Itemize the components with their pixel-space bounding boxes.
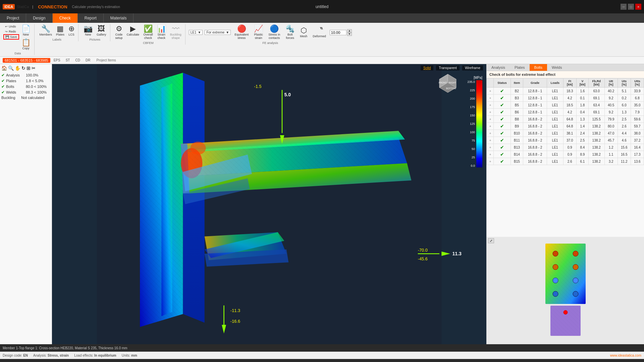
close-button[interactable]: ✕ [635,4,641,10]
clip-button[interactable]: ✂ [32,65,36,71]
menu-tab-materials[interactable]: Materials [104,13,134,23]
toolbar-labels-label: Labels [53,38,62,41]
pan-button[interactable]: ✋ [15,65,20,71]
plates-check-icon: ✔ [1,79,5,83]
value-input[interactable] [330,30,346,35]
le1-dropdown[interactable]: LE1 ▼ [189,30,203,35]
menu-tab-design[interactable]: Design [26,13,52,23]
toolbar-data-label: Data [14,52,21,55]
transparent-view-button[interactable]: Transparent [436,65,460,70]
menu-tab-check[interactable]: Check [53,13,78,23]
col-fbrd: Fb,Rd[kN] [589,79,604,88]
row-v: 2.5 [576,137,588,144]
value-up-button[interactable]: ▲ [347,29,352,33]
project-tab-st[interactable]: ST [64,58,72,62]
row-expand[interactable]: + [487,144,494,151]
calculate-button[interactable]: ▶ Calculate [125,24,141,37]
members-button[interactable]: 🔧 Members [38,24,54,37]
row-utts: 16.4 [631,144,644,151]
row-grade: 16.8.8 - 2 [523,137,547,144]
row-loads: LE1 [547,116,563,123]
menu-tab-project[interactable]: Project [0,13,26,23]
tab-plates[interactable]: Plates [510,64,530,71]
svg-point-53 [564,310,568,314]
svg-point-47 [553,278,558,283]
redo-button[interactable]: ↪ Redo [3,29,18,34]
value-down-button[interactable]: ▼ [347,33,352,36]
zoom-button[interactable]: 🔍 [8,65,14,71]
row-expand[interactable]: + [487,88,494,95]
plastic-strain-button[interactable]: 📈 Plastic strain [252,24,265,41]
strain-check-button[interactable]: 📊 Strain check [155,24,168,41]
tab-bolts[interactable]: Bolts [530,64,547,71]
code-setup-icon: ⚙ [116,25,122,33]
bolt-forces-button[interactable]: 🔩 Bolt forces [284,24,296,41]
status-buckling: Buckling Not calculated [1,96,50,100]
svg-point-43 [553,251,558,256]
solid-view-button[interactable]: Solid [421,65,433,70]
copy-icon: 📋 [21,39,31,46]
menu-tab-report[interactable]: Report [78,13,104,23]
row-expand[interactable]: + [487,102,494,109]
row-expand[interactable]: + [487,130,494,137]
equivalent-stress-button[interactable]: 🔴 Equivalent stress [233,24,250,41]
row-utts: 6.8 [631,95,644,102]
row-status: ✔ [494,116,511,123]
lcs-button[interactable]: ⊕ LCS [67,24,76,37]
new-button[interactable]: 📄 New [20,24,32,37]
row-utt: 47.0 [604,130,618,137]
expand-preview-button[interactable]: ⤢ [488,238,494,243]
svg-text:-45.6: -45.6 [418,256,428,261]
tab-analysis[interactable]: Analysis [487,64,510,71]
bolts-table: Status Item Grade Loads Ft[kN] V[kN] Fb,… [487,78,644,165]
col-utt: Utt[%] [604,79,618,88]
project-tab-eps[interactable]: EPS [52,58,62,62]
save-button[interactable]: 💾 Save [3,34,19,40]
nav-cube[interactable]: BOTTOM FRONT RIGHT [436,71,460,94]
gallery-icon: 🖼 [98,25,105,33]
project-tab-dr[interactable]: DR [84,58,92,62]
row-expand[interactable]: + [487,123,494,130]
plates-button[interactable]: ▦ Plates [54,24,66,37]
row-uts: 4.4 [618,130,631,137]
stress-contacts-button[interactable]: 🔵 Stress in contacts [267,24,282,41]
row-v: 1.8 [576,102,588,109]
row-item: B5 [511,102,523,109]
menu-bar: Project Design Check Report Materials [0,13,644,23]
viewport[interactable]: Solid Transparent Wireframe [52,64,486,344]
tab-welds[interactable]: Welds [547,64,567,71]
row-expand[interactable]: + [487,158,494,165]
new2-button[interactable]: 📷 New [82,24,94,37]
for-extreme-dropdown[interactable]: For extreme ▼ [205,30,231,35]
bolts-check-icon: ✔ [1,84,5,89]
deformed-button[interactable]: 〝 Deformed [311,26,328,39]
maximize-button[interactable]: □ [628,4,634,10]
buckling-shape-button[interactable]: 〰 Buckling shape [168,24,183,41]
svg-marker-19 [140,73,183,327]
bolts-panel: Check of bolts for extreme load effect S… [487,71,644,344]
mesh-button[interactable]: ⬡ Mesh [298,26,309,39]
row-expand[interactable]: + [487,151,494,158]
row-expand[interactable]: + [487,116,494,123]
project-tab-cd[interactable]: CD [73,58,82,62]
home-button[interactable]: 🏠 [1,65,7,71]
undo-button[interactable]: ↩ Undo [3,24,18,29]
row-status: ✔ [494,88,511,95]
overall-check-button[interactable]: ✅ Overall check [142,24,155,41]
row-status: ✔ [494,144,511,151]
wireframe-view-button[interactable]: Wireframe [462,65,483,70]
rotate-button[interactable]: ↻ [21,65,25,71]
row-expand[interactable]: + [487,109,494,116]
code-setup-button[interactable]: ⚙ Code setup [114,24,124,41]
row-expand[interactable]: + [487,95,494,102]
row-expand[interactable]: + [487,137,494,144]
copy-button[interactable]: 📋 Copy [20,38,32,51]
bolts-table-wrap[interactable]: Status Item Grade Loads Ft[kN] V[kN] Fb,… [487,78,644,237]
gallery-button[interactable]: 🖼 Gallery [95,24,108,37]
row-loads: LE1 [547,123,563,130]
row-grade: 16.8.8 - 2 [523,123,547,130]
row-grade: 16.8.8 - 2 [523,130,547,137]
minimize-button[interactable]: ─ [621,4,627,10]
fit-button[interactable]: ⊞ [26,65,31,71]
scale-val-175: 175 [470,105,475,109]
